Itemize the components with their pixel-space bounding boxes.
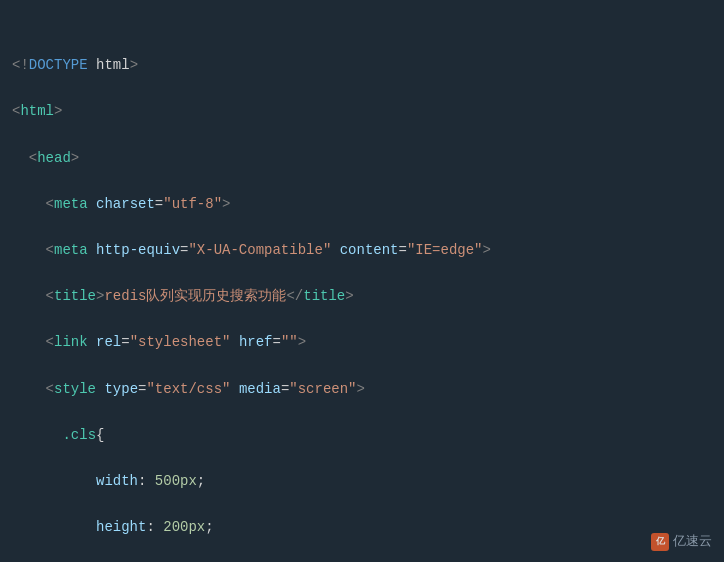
watermark-text: 亿速云 [673, 531, 712, 552]
watermark-logo: 亿 [651, 533, 669, 551]
line-8: <style type="text/css" media="screen"> [12, 378, 712, 401]
line-7: <link rel="stylesheet" href=""> [12, 331, 712, 354]
line-5: <meta http-equiv="X-UA-Compatible" conte… [12, 239, 712, 262]
line-4: <meta charset="utf-8"> [12, 193, 712, 216]
line-3: <head> [12, 147, 712, 170]
line-2: <html> [12, 100, 712, 123]
watermark: 亿 亿速云 [651, 531, 712, 552]
line-9: .cls{ [12, 424, 712, 447]
code-editor: <!DOCTYPE html> <html> <head> <meta char… [0, 0, 724, 562]
line-1: <!DOCTYPE html> [12, 54, 712, 77]
line-6: <title>redis队列实现历史搜索功能</title> [12, 285, 712, 308]
line-11: height: 200px; [12, 516, 712, 539]
line-10: width: 500px; [12, 470, 712, 493]
